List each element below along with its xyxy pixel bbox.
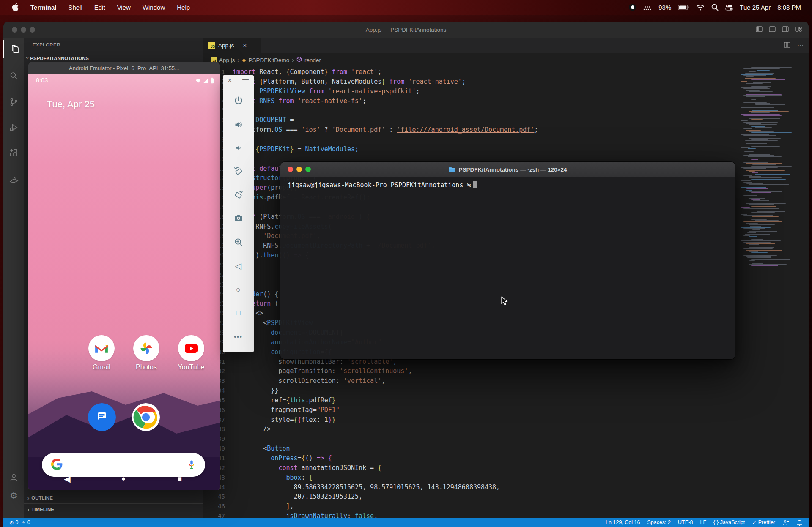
- power-icon[interactable]: [233, 95, 244, 106]
- volume-down-icon[interactable]: [233, 142, 244, 154]
- code-line[interactable]: 47 isDrawnNaturally: false,: [203, 511, 809, 518]
- menu-help[interactable]: Help: [177, 4, 190, 11]
- minimap[interactable]: [740, 67, 796, 270]
- nav-back-icon[interactable]: ◀: [64, 474, 70, 484]
- apple-logo-icon[interactable]: [12, 3, 19, 12]
- toolbar-more-icon[interactable]: •••: [233, 331, 244, 343]
- chrome-app-icon[interactable]: [132, 403, 160, 431]
- rotate-left-icon[interactable]: [233, 165, 244, 177]
- timeline-section[interactable]: ›TIMELINE: [24, 503, 203, 515]
- code-line[interactable]: 34 }}: [203, 386, 809, 396]
- zoom-icon[interactable]: [233, 236, 244, 248]
- indentation[interactable]: Spaces: 2: [647, 519, 671, 525]
- code-line[interactable]: 35 ref={this.pdfRef}: [203, 396, 809, 405]
- control-center-icon[interactable]: [725, 4, 733, 11]
- code-line[interactable]: 36 fragmentTag="PDF1": [203, 405, 809, 415]
- menubar-date[interactable]: Tue 25 Apr: [740, 4, 771, 11]
- code-line[interactable]: 37 style={{flex: 1}}: [203, 415, 809, 425]
- emulator-minimize-icon[interactable]: —: [242, 75, 249, 82]
- screen-record-icon[interactable]: [629, 4, 636, 11]
- emulator-titlebar[interactable]: Android Emulator - Pixel_6_Pro_API_31:55…: [28, 62, 220, 74]
- explorer-more-icon[interactable]: ⋯: [179, 40, 186, 48]
- breadcrumb-file[interactable]: App.js: [219, 57, 235, 63]
- code-line[interactable]: 3import PSPDFKitView from 'react-native-…: [203, 87, 809, 96]
- source-control-icon[interactable]: [3, 93, 24, 111]
- code-line[interactable]: 39: [203, 434, 809, 444]
- settings-gear-icon[interactable]: ⚙: [3, 486, 24, 505]
- encoding[interactable]: UTF-8: [678, 519, 693, 525]
- toggle-sidebar-icon[interactable]: [756, 26, 763, 34]
- search-icon[interactable]: [711, 4, 719, 11]
- code-line[interactable]: 8: [203, 135, 809, 145]
- toggle-panel-icon[interactable]: [769, 26, 776, 34]
- editor-more-actions-icon[interactable]: ⋯: [797, 42, 804, 49]
- eol-sequence[interactable]: LF: [700, 519, 706, 525]
- breadcrumb-method[interactable]: render: [304, 57, 321, 63]
- youtube-app-icon[interactable]: [178, 335, 204, 361]
- outline-section[interactable]: ›OUTLINE: [24, 492, 203, 503]
- toolbar-back-icon[interactable]: ◁: [233, 260, 244, 272]
- code-line[interactable]: 38 />: [203, 424, 809, 434]
- nav-overview-icon[interactable]: ■: [178, 475, 182, 483]
- code-line[interactable]: 2import {Platform, Button, NativeModules…: [203, 77, 809, 87]
- run-debug-icon[interactable]: [3, 118, 24, 137]
- menubar-time[interactable]: 8:03 PM: [777, 4, 801, 11]
- problems-errors[interactable]: ⊘0: [9, 519, 18, 526]
- code-line[interactable]: 5: [203, 106, 809, 115]
- code-line[interactable]: 40 <Button: [203, 444, 809, 453]
- gmail-app-icon[interactable]: [88, 335, 115, 361]
- display-dots-icon[interactable]: [643, 5, 652, 11]
- toggle-secondary-sidebar-icon[interactable]: [782, 26, 789, 34]
- emulator-close-icon[interactable]: ×: [228, 76, 232, 84]
- breadcrumb-class[interactable]: PSPDFKitDemo: [248, 57, 289, 63]
- nav-home-icon[interactable]: ●: [121, 475, 126, 483]
- vscode-titlebar[interactable]: App.js — PSPDFKitAnnotations: [3, 22, 809, 38]
- volume-up-icon[interactable]: [233, 119, 244, 131]
- code-line[interactable]: 42 const annotationJSONInk = {: [203, 463, 809, 473]
- code-line[interactable]: 33 scrollDirection: 'vertical',: [203, 376, 809, 386]
- code-line[interactable]: 7 Platform.OS === 'ios' ? 'Document.pdf'…: [203, 125, 809, 135]
- menu-shell[interactable]: Shell: [68, 4, 82, 11]
- menu-window[interactable]: Window: [143, 4, 165, 11]
- screenshot-camera-icon[interactable]: [233, 212, 244, 224]
- toolbar-home-icon[interactable]: ○: [233, 284, 244, 295]
- terminal-content[interactable]: jigsaw@jigsaws-MacBook-Pro PSPDFKitAnnot…: [288, 181, 731, 355]
- code-line[interactable]: 4import RNFS from 'react-native-fs';: [203, 96, 809, 106]
- photos-app-icon[interactable]: [133, 335, 159, 361]
- code-line[interactable]: 46 ],: [203, 502, 809, 511]
- emulator-screen[interactable]: 8:03 Tue, Apr 25 Gmail Photos YouTube: [28, 74, 220, 490]
- messages-app-icon[interactable]: [88, 403, 116, 431]
- wifi-icon[interactable]: [696, 4, 705, 11]
- menu-edit[interactable]: Edit: [94, 4, 105, 11]
- account-icon[interactable]: [3, 468, 24, 486]
- code-line[interactable]: 41 onPress={() => {: [203, 453, 809, 463]
- rotate-right-icon[interactable]: [233, 189, 244, 201]
- tab-appjs[interactable]: JS App.js ×: [203, 38, 261, 53]
- notifications-bell-icon[interactable]: [796, 519, 803, 526]
- problems-warnings[interactable]: ⚠0: [21, 519, 30, 526]
- code-line[interactable]: 44 89.586334228515625, 98.5791015625, 14…: [203, 483, 809, 492]
- language-mode[interactable]: { }JavaScript: [713, 519, 745, 525]
- pspdfkit-extension-icon[interactable]: [3, 171, 24, 189]
- project-root-item[interactable]: ›PSPDFKITANNOTATIONS: [27, 55, 89, 61]
- extensions-icon[interactable]: [3, 143, 24, 162]
- split-editor-icon[interactable]: [784, 42, 790, 49]
- terminal-titlebar[interactable]: PSPDFKitAnnotations — -zsh — 120×24: [280, 162, 735, 177]
- code-line[interactable]: 45 207.1583251953125,: [203, 492, 809, 502]
- menu-view[interactable]: View: [117, 4, 131, 11]
- code-line[interactable]: 6const DOCUMENT =: [203, 115, 809, 125]
- code-line[interactable]: 43 bbox: [: [203, 473, 809, 483]
- cursor-position[interactable]: Ln 129, Col 16: [606, 519, 640, 525]
- search-icon[interactable]: [3, 66, 24, 85]
- feedback-icon[interactable]: [782, 519, 789, 526]
- toolbar-overview-icon[interactable]: □: [233, 307, 244, 319]
- explorer-icon[interactable]: [3, 40, 25, 58]
- code-line[interactable]: 32 pageTransition: 'scrollContinuous',: [203, 366, 809, 376]
- tab-close-icon[interactable]: ×: [243, 42, 247, 49]
- code-line[interactable]: 9const {PSPDFKit} = NativeModules;: [203, 145, 809, 154]
- android-date-widget[interactable]: Tue, Apr 25: [47, 99, 95, 110]
- formatter-status[interactable]: ✓Prettier: [752, 519, 775, 526]
- customize-layout-icon[interactable]: [795, 26, 802, 34]
- code-line[interactable]: 1import React, {Component} from 'react';: [203, 67, 809, 77]
- menu-app-terminal[interactable]: Terminal: [30, 4, 56, 11]
